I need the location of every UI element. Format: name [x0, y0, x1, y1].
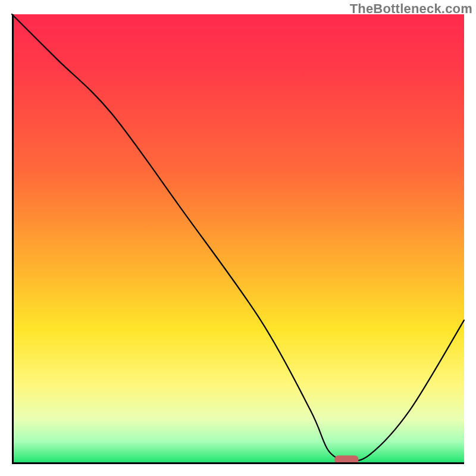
bottleneck-curve	[12, 14, 464, 461]
x-axis-line	[12, 462, 464, 464]
curve-svg	[12, 14, 464, 464]
chart-stage: TheBottleneck.com	[0, 0, 476, 476]
plot-area	[12, 14, 464, 464]
y-axis-line	[12, 14, 14, 464]
